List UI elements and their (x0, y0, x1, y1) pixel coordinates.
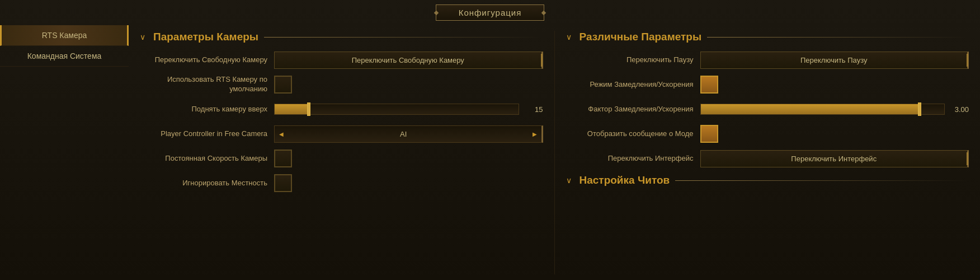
left-panel: ∨ Параметры Камеры Переключить Свободную… (129, 25, 554, 280)
checkbox-slowdown-mode[interactable] (700, 76, 718, 94)
label-toggle-free-camera: Переключить Свободную Камеру (140, 55, 274, 65)
setting-row-ignore-terrain: Игнорировать Местность (140, 173, 543, 193)
button-toggle-pause[interactable]: Переключить Паузу (700, 52, 969, 69)
control-toggle-interface: Переключить Интерфейс (700, 150, 969, 167)
right-section-title: Различные Параметры (579, 31, 702, 43)
control-raise-camera: 15 (274, 104, 543, 115)
slider-thumb-raise-camera (307, 102, 310, 116)
page-title: Конфигурация (459, 8, 522, 17)
setting-row-toggle-interface: Переключить Интерфейс Переключить Интерф… (566, 148, 969, 169)
slider-fill-raise-camera (275, 104, 309, 114)
title-badge: Конфигурация (436, 4, 545, 21)
label-raise-camera: Поднять камеру вверх (140, 105, 274, 114)
slider-value-slowdown-factor: 3.00 (949, 105, 969, 114)
control-display-mode (700, 125, 969, 143)
right-panel: ∨ Различные Параметры Переключить Паузу … (555, 25, 981, 280)
control-ignore-terrain (274, 174, 543, 192)
slider-slowdown-factor[interactable] (700, 104, 945, 115)
setting-row-raise-camera: Поднять камеру вверх 15 (140, 99, 543, 119)
title-bar: Конфигурация (0, 0, 980, 25)
control-slowdown-mode (700, 76, 969, 94)
control-toggle-pause: Переключить Паузу (700, 52, 969, 69)
label-slowdown-mode: Режим Замедления/Ускорения (566, 80, 700, 90)
label-ignore-terrain: Игнорировать Местность (140, 179, 274, 188)
main-container: Конфигурация RTS Камера Командная Систем… (0, 0, 980, 280)
label-slowdown-factor: Фактор Замедления/Ускорения (566, 105, 700, 114)
control-use-rts-default (274, 76, 543, 94)
cheat-section-title: Настройка Читов (579, 174, 670, 186)
right-section-line (707, 37, 969, 38)
cheat-section-header: ∨ Настройка Читов (566, 174, 969, 186)
sidebar-item-command-system[interactable]: Командная Система (0, 46, 129, 67)
checkbox-constant-speed[interactable] (274, 150, 292, 167)
label-use-rts-default: Использовать RTS Камеру по умолчанию (140, 75, 274, 94)
label-toggle-pause: Переключить Паузу (566, 55, 700, 65)
setting-row-player-controller: Player Controller in Free Camera AI (140, 124, 543, 144)
setting-row-toggle-free-camera: Переключить Свободную Камеру Переключить… (140, 50, 543, 70)
label-toggle-interface: Переключить Интерфейс (566, 154, 700, 164)
content-area: ∨ Параметры Камеры Переключить Свободную… (129, 25, 980, 280)
slider-value-raise-camera: 15 (524, 105, 543, 114)
sidebar-item-rts-camera[interactable]: RTS Камера (0, 25, 129, 46)
left-chevron-icon: ∨ (140, 32, 145, 41)
control-toggle-free-camera: Переключить Свободную Камеру (274, 52, 543, 69)
checkbox-display-mode[interactable] (700, 125, 718, 143)
right-chevron-icon: ∨ (566, 32, 572, 41)
sidebar: RTS Камера Командная Система (0, 25, 129, 67)
checkbox-use-rts-default[interactable] (274, 76, 292, 94)
dropdown-player-controller[interactable]: AI (274, 125, 543, 143)
control-constant-speed (274, 150, 543, 167)
setting-row-display-mode: Отобразить сообщение о Моде (566, 124, 969, 144)
control-player-controller: AI (274, 125, 543, 143)
checkbox-ignore-terrain[interactable] (274, 174, 292, 192)
setting-row-constant-speed: Постоянная Скорость Камеры (140, 148, 543, 169)
button-toggle-free-camera[interactable]: Переключить Свободную Камеру (274, 52, 543, 69)
slider-raise-camera[interactable] (274, 104, 519, 115)
slider-container-raise-camera: 15 (274, 104, 543, 115)
control-slowdown-factor: 3.00 (700, 104, 969, 115)
setting-row-toggle-pause: Переключить Паузу Переключить Паузу (566, 50, 969, 70)
left-section-header: ∨ Параметры Камеры (140, 31, 543, 43)
right-section-header: ∨ Различные Параметры (566, 31, 969, 43)
left-section-line (264, 37, 543, 38)
label-player-controller: Player Controller in Free Camera (140, 129, 274, 139)
label-constant-speed: Постоянная Скорость Камеры (140, 154, 274, 164)
setting-row-slowdown-mode: Режим Замедления/Ускорения (566, 74, 969, 95)
cheat-section-line (675, 180, 969, 181)
slider-thumb-slowdown-factor (918, 102, 921, 116)
left-section-title: Параметры Камеры (153, 31, 258, 43)
setting-row-use-rts-default: Использовать RTS Камеру по умолчанию (140, 74, 543, 95)
button-toggle-interface[interactable]: Переключить Интерфейс (700, 150, 969, 167)
cheat-chevron-icon: ∨ (566, 176, 572, 185)
label-display-mode: Отобразить сообщение о Моде (566, 129, 700, 139)
setting-row-slowdown-factor: Фактор Замедления/Ускорения 3.00 (566, 99, 969, 119)
slider-container-slowdown-factor: 3.00 (700, 104, 969, 115)
slider-fill-slowdown-factor (701, 104, 920, 114)
